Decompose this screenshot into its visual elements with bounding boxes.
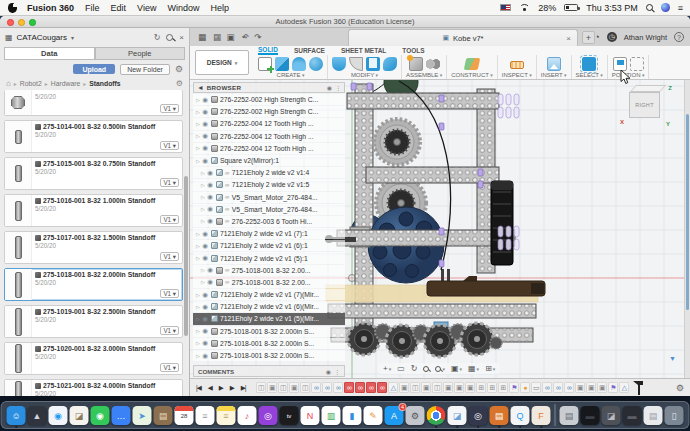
browser-tree-item[interactable]: ▷◉∞275-1018-001 8-32 2.00... xyxy=(193,277,345,288)
timeline-feature-joint-icon[interactable]: ∞ xyxy=(542,382,552,393)
go-to-start-icon[interactable]: |◀ xyxy=(196,384,201,392)
browser-collapse-icon[interactable]: ◄ xyxy=(197,84,204,91)
plane-icon[interactable] xyxy=(464,58,481,70)
close-tab-icon[interactable]: × xyxy=(566,34,571,43)
dock-safari-icon[interactable]: ◉ xyxy=(49,406,68,425)
expand-icon[interactable]: ▷ xyxy=(196,255,200,261)
menubar-clock[interactable]: Thu 3:53 PM xyxy=(586,3,638,13)
expand-icon[interactable]: ▷ xyxy=(201,182,205,188)
toolbar-group-label[interactable]: MODIFY ▾ xyxy=(351,72,378,79)
box-icon[interactable] xyxy=(275,57,289,71)
display-settings-icon[interactable]: ▣▾ xyxy=(451,364,462,373)
spotlight-icon[interactable] xyxy=(646,4,653,11)
dock-finder-icon[interactable]: ☺ xyxy=(7,406,26,425)
dock-discord-icon[interactable]: ◎ xyxy=(469,406,488,425)
workspace-selector[interactable]: CATACougars xyxy=(17,33,67,42)
dock-calendar-icon[interactable]: 28 xyxy=(175,406,194,425)
dock-preview-icon[interactable]: ◪ xyxy=(70,406,89,425)
workspace-design-dropdown[interactable]: DESIGN▾ xyxy=(195,50,249,75)
step-back-icon[interactable]: ◀ xyxy=(208,384,212,392)
visibility-eye-icon[interactable]: ◉ xyxy=(202,157,208,165)
visibility-eye-icon[interactable]: ◉ xyxy=(207,266,213,274)
menu-edit[interactable]: Edit xyxy=(111,3,127,13)
menu-help[interactable]: Help xyxy=(210,3,229,13)
zoom-window-icon[interactable]: ▾ xyxy=(435,366,445,372)
timeline-feature-joint-icon[interactable]: ∞ xyxy=(564,382,574,393)
expand-icon[interactable]: ▷ xyxy=(201,194,205,200)
timeline-feature-panel-icon[interactable]: ▭ xyxy=(531,382,541,393)
data-item-card[interactable]: 275-1020-001 8-32 3.000in Standoff5/20/2… xyxy=(4,342,183,375)
toolbar-tab-sheet-metal[interactable]: SHEET METAL xyxy=(341,47,386,54)
measure-icon[interactable] xyxy=(510,61,524,69)
timeline-feature-component-icon[interactable]: ▣ xyxy=(586,382,596,393)
timeline-marker[interactable] xyxy=(634,381,642,395)
visibility-eye-icon[interactable]: ◉ xyxy=(202,96,208,104)
sphere-icon[interactable] xyxy=(309,57,323,71)
viewports-icon[interactable]: ⊞▾ xyxy=(485,364,495,373)
tab-data[interactable]: Data xyxy=(4,47,95,60)
expand-icon[interactable]: ▷ xyxy=(201,170,205,176)
visibility-eye-icon[interactable]: ◉ xyxy=(202,254,208,262)
toolbar-group-label[interactable]: INSPECT ▾ xyxy=(502,72,532,79)
dock-launchpad-icon[interactable]: ▲ xyxy=(28,406,47,425)
expand-icon[interactable]: ▷ xyxy=(196,353,200,359)
new-tab-button[interactable]: + xyxy=(582,31,595,44)
shell-icon[interactable] xyxy=(366,57,380,71)
timeline-feature-component-icon[interactable]: ▣ xyxy=(421,382,431,393)
dock-trash-icon[interactable]: ▯ xyxy=(665,406,684,425)
comments-dots-icon[interactable]: ⋮ xyxy=(334,368,340,375)
timeline-feature-component-icon[interactable]: ▣ xyxy=(597,382,607,393)
dock-notebook-icon[interactable]: ▤ xyxy=(490,406,509,425)
timeline-feature-mirror-icon[interactable]: ◫ xyxy=(278,382,288,393)
timeline-feature-joint-icon[interactable]: ∞ xyxy=(355,382,365,393)
team-grid-icon[interactable]: ▦ xyxy=(5,33,13,42)
browser-tree-item[interactable]: ▷◉275-1018-001 8-32 2.000in S... xyxy=(193,350,345,361)
expand-icon[interactable]: ▷ xyxy=(201,218,205,224)
siri-icon[interactable] xyxy=(661,3,670,12)
dock-photos-icon[interactable]: ◪ xyxy=(448,406,467,425)
toolbar-group-label[interactable]: INSERT ▾ xyxy=(541,72,567,79)
browser-tree-item[interactable]: ▷◉∞V5_Smart_Motor_276-484... xyxy=(193,192,345,203)
browser-tree-item[interactable]: ▷◉7121Eholy 2 wide v2 v1 (6)(Mir... xyxy=(193,301,345,312)
dock-facetime-icon[interactable]: ◉ xyxy=(91,406,110,425)
timeline-feature-joint-icon[interactable]: ∞ xyxy=(366,382,376,393)
breadcrumb-item[interactable]: Robot2 xyxy=(20,80,42,87)
dock-maps-icon[interactable]: ➤ xyxy=(133,406,152,425)
browser-tree-item[interactable]: ▷◉∞275-1018-001 8-32 2.00... xyxy=(193,265,345,276)
data-item-card[interactable]: 275-1015-001 8-32 0.750in Standoff5/20/2… xyxy=(4,157,183,190)
visibility-eye-icon[interactable]: ◉ xyxy=(202,291,208,299)
timeline-feature-bell-icon[interactable]: ● xyxy=(520,382,530,393)
new-component-icon[interactable] xyxy=(409,57,423,71)
dock-system-preferences-icon[interactable]: ⚙ xyxy=(406,406,425,425)
visibility-eye-icon[interactable]: ◉ xyxy=(207,217,213,225)
expand-icon[interactable]: ▷ xyxy=(196,304,200,310)
joint-icon[interactable] xyxy=(426,57,440,71)
data-item-card[interactable]: 275-1021-001 8-32 4.000in Standoff5/20/2… xyxy=(4,379,183,396)
breadcrumb-item[interactable]: Hardware xyxy=(51,80,80,87)
timeline-feature-component-icon[interactable]: ▣ xyxy=(399,382,409,393)
breadcrumb-settings-icon[interactable]: ⚙ xyxy=(176,79,183,88)
go-to-end-icon[interactable]: ▶| xyxy=(241,384,246,392)
grid-settings-icon[interactable]: ▦▾ xyxy=(468,364,479,373)
toolbar-tab-surface[interactable]: SURFACE xyxy=(294,47,325,54)
home-icon[interactable]: ⌂ xyxy=(6,79,11,88)
visibility-eye-icon[interactable]: ◉ xyxy=(202,242,208,250)
browser-tree-item[interactable]: ▷◉7121Eholy 2 wide v2 v1 (7)(Mir... xyxy=(193,289,345,300)
battery-icon[interactable] xyxy=(564,4,578,11)
menu-app-name[interactable]: Fusion 360 xyxy=(27,3,74,13)
browser-options-icon[interactable]: ◉ xyxy=(327,84,332,91)
timeline-feature-group-icon[interactable]: ⊞ xyxy=(498,382,508,393)
toolbar-group-label[interactable]: CONSTRUCT ▾ xyxy=(451,72,493,79)
timeline-feature-joint-icon[interactable]: ∞ xyxy=(344,382,354,393)
play-icon[interactable]: ▶ xyxy=(219,384,223,392)
comments-options-icon[interactable]: ◉ xyxy=(326,368,331,375)
viewport-scrollbar[interactable] xyxy=(684,80,690,378)
expand-icon[interactable]: ▷ xyxy=(196,158,200,164)
timeline-feature-joint-icon[interactable]: ∞ xyxy=(553,382,563,393)
data-item-card[interactable]: 275-1014-001 8-32 0.500in Standoff5/20/2… xyxy=(4,120,183,153)
browser-scroll-more-icon[interactable]: ▼ xyxy=(669,355,676,362)
data-item-card[interactable]: 275-1018-001 8-32 2.000in Standoff5/20/2… xyxy=(4,268,183,301)
visibility-eye-icon[interactable]: ◉ xyxy=(202,132,208,140)
browser-dots-icon[interactable]: ⋮ xyxy=(335,84,341,91)
timeline-feature-mirror-icon[interactable]: ◫ xyxy=(256,382,266,393)
